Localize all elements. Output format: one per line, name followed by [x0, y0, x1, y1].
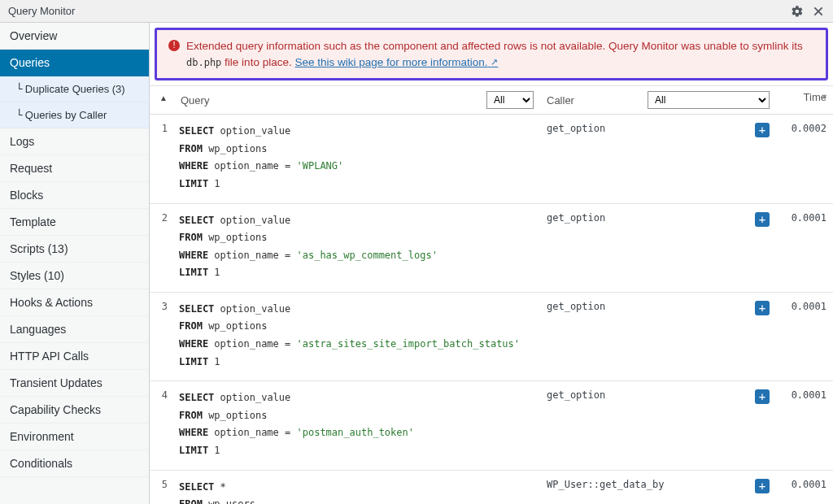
sidebar-item-logs[interactable]: Logs: [0, 128, 149, 155]
notice-link[interactable]: See this wiki page for more information.…: [294, 56, 498, 68]
sidebar-item-label: Queries by Caller: [25, 109, 107, 121]
sidebar-item-request[interactable]: Request: [0, 155, 149, 182]
sidebar-item-label: Transient Updates: [10, 376, 102, 389]
table-row: 1SELECT option_value FROM wp_options WHE…: [150, 115, 833, 203]
sidebar-item-queries-by-caller[interactable]: └Queries by Caller: [0, 102, 149, 128]
sidebar-item-label: Conditionals: [10, 457, 72, 470]
caller-name: get_option: [547, 212, 605, 224]
sidebar-item-environment[interactable]: Environment: [0, 424, 149, 450]
query-cell: SELECT option_value FROM wp_options WHER…: [174, 115, 540, 203]
sql-text: SELECT * FROM wp_users WHERE user_login …: [179, 479, 532, 504]
sidebar-item-label: Environment: [10, 430, 74, 443]
caller-filter-select[interactable]: All: [648, 91, 770, 109]
sidebar-item-label: Hooks & Actions: [10, 296, 93, 309]
query-table: ▲ Query All Cal: [150, 86, 833, 504]
sql-text: SELECT option_value FROM wp_options WHER…: [179, 389, 532, 459]
notice-text-after: file into place.: [221, 56, 294, 68]
sidebar-item-label: Languages: [10, 323, 66, 336]
sql-text: SELECT option_value FROM wp_options WHER…: [179, 212, 532, 282]
settings-icon[interactable]: [791, 5, 804, 18]
query-cell: SELECT * FROM wp_users WHERE user_login …: [174, 470, 540, 504]
app-title: Query Monitor: [8, 5, 75, 17]
sidebar-item-queries[interactable]: Queries: [0, 50, 149, 76]
sidebar-item-label: Blocks: [10, 189, 43, 202]
sort-icon: ▼: [821, 93, 828, 101]
sidebar-item-template[interactable]: Template: [0, 209, 149, 236]
expand-caller-button[interactable]: +: [755, 212, 770, 227]
sidebar: OverviewQueries└Duplicate Queries (3)└Qu…: [0, 23, 150, 504]
query-cell: SELECT option_value FROM wp_options WHER…: [174, 381, 540, 470]
topbar-actions: [791, 5, 825, 18]
warning-notice: ! Extended query information such as the…: [155, 28, 828, 80]
time-cell: 0.0001: [776, 381, 833, 470]
caller-name: get_option: [547, 301, 605, 312]
tree-branch-icon: └: [16, 109, 22, 121]
col-query-header: Query All: [174, 86, 540, 115]
caller-cell: get_option+: [540, 115, 776, 203]
sidebar-item-label: Logs: [10, 135, 34, 148]
sidebar-item-conditionals[interactable]: Conditionals: [0, 450, 149, 477]
table-row: 2SELECT option_value FROM wp_options WHE…: [150, 203, 833, 292]
sidebar-item-http-api-calls[interactable]: HTTP API Calls: [0, 343, 149, 370]
query-cell: SELECT option_value FROM wp_options WHER…: [174, 203, 540, 292]
sidebar-item-blocks[interactable]: Blocks: [0, 182, 149, 209]
caller-cell: get_option+: [540, 203, 776, 292]
table-row: 4SELECT option_value FROM wp_options WHE…: [150, 381, 833, 470]
tree-branch-icon: └: [16, 83, 22, 95]
sidebar-item-label: Template: [10, 215, 56, 228]
notice-text-before: Extended query information such as the c…: [186, 40, 803, 52]
time-cell: 0.0001: [776, 292, 833, 380]
sidebar-item-overview[interactable]: Overview: [0, 23, 149, 50]
caller-name: WP_User::get_data_by: [547, 479, 665, 490]
topbar: Query Monitor: [0, 0, 833, 23]
expand-caller-button[interactable]: +: [755, 389, 770, 404]
row-index: 4: [150, 381, 174, 470]
sidebar-item-label: Queries: [10, 56, 50, 69]
sidebar-item-label: Overview: [10, 29, 57, 42]
sort-asc-icon: ▲: [159, 93, 168, 102]
expand-caller-button[interactable]: +: [755, 479, 770, 493]
col-caller-header: Caller All: [540, 86, 776, 115]
col-index-header[interactable]: ▲: [150, 86, 174, 115]
table-row: 3SELECT option_value FROM wp_options WHE…: [150, 292, 833, 380]
sidebar-item-hooks-actions[interactable]: Hooks & Actions: [0, 289, 149, 316]
row-index: 5: [150, 470, 174, 504]
sidebar-item-scripts-13[interactable]: Scripts (13): [0, 236, 149, 263]
time-cell: 0.0001: [776, 470, 833, 504]
sql-text: SELECT option_value FROM wp_options WHER…: [179, 123, 532, 193]
sidebar-item-label: Request: [10, 162, 52, 175]
expand-caller-button[interactable]: +: [755, 301, 770, 315]
sidebar-item-languages[interactable]: Languages: [0, 316, 149, 343]
query-header-label: Query: [181, 94, 209, 106]
content-pane: ! Extended query information such as the…: [150, 23, 833, 504]
main: OverviewQueries└Duplicate Queries (3)└Qu…: [0, 23, 833, 504]
notice-code: db.php: [186, 57, 221, 68]
sidebar-item-duplicate-queries-3[interactable]: └Duplicate Queries (3): [0, 76, 149, 102]
time-cell: 0.0001: [776, 203, 833, 292]
sql-text: SELECT option_value FROM wp_options WHER…: [179, 301, 532, 371]
caller-name: get_option: [547, 123, 605, 134]
sidebar-item-capability-checks[interactable]: Capability Checks: [0, 397, 149, 424]
time-cell: 0.0002: [776, 115, 833, 203]
caller-cell: get_option+: [540, 381, 776, 470]
caller-cell: get_option+: [540, 292, 776, 380]
sidebar-item-transient-updates[interactable]: Transient Updates: [0, 370, 149, 397]
close-icon[interactable]: [812, 5, 825, 18]
warning-icon: !: [168, 40, 180, 51]
row-index: 3: [150, 292, 174, 380]
sidebar-item-label: Duplicate Queries (3): [25, 83, 125, 95]
caller-name: get_option: [547, 389, 605, 401]
expand-caller-button[interactable]: +: [755, 123, 770, 137]
sidebar-item-label: Styles (10): [10, 269, 64, 282]
sidebar-item-label: HTTP API Calls: [10, 350, 89, 363]
row-index: 1: [150, 115, 174, 203]
sidebar-item-styles-10[interactable]: Styles (10): [0, 263, 149, 289]
notice-wrap: ! Extended query information such as the…: [150, 23, 833, 85]
query-filter-select[interactable]: All: [486, 91, 534, 109]
caller-cell: WP_User::get_data_by+: [540, 470, 776, 504]
row-index: 2: [150, 203, 174, 292]
sidebar-item-label: Scripts (13): [10, 242, 68, 255]
external-link-icon: ↗: [491, 57, 498, 67]
table-row: 5SELECT * FROM wp_users WHERE user_login…: [150, 470, 833, 504]
col-time-header[interactable]: Time ▼: [776, 86, 833, 115]
